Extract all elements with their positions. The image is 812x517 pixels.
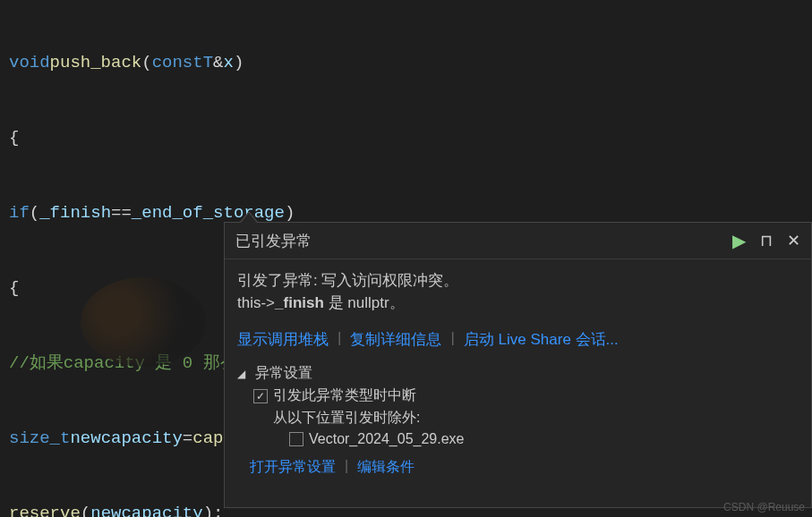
exception-popup: 已引发异常 ▶ ⊓ ✕ 引发了异常: 写入访问权限冲突。 this->_fini…	[224, 222, 812, 508]
popup-links: 显示调用堆栈 | 复制详细信息 | 启动 Live Share 会话...	[237, 329, 799, 350]
open-settings-link[interactable]: 打开异常设置	[250, 458, 336, 477]
liveshare-link[interactable]: 启动 Live Share 会话...	[464, 329, 619, 350]
popup-title: 已引发异常	[235, 231, 312, 251]
exception-settings: ◢ 异常设置 ✓ 引发此异常类型时中断 从以下位置引发时除外: Vector_2…	[237, 362, 799, 449]
exception-message: 引发了异常: 写入访问权限冲突。	[237, 270, 799, 291]
checkbox-checked[interactable]: ✓	[253, 389, 268, 403]
exception-detail: this->_finish 是 nullptr。	[237, 292, 799, 313]
continue-icon[interactable]: ▶	[732, 230, 746, 251]
close-icon[interactable]: ✕	[787, 231, 800, 250]
break-on-exception-row[interactable]: ✓ 引发此异常类型时中断	[237, 385, 799, 407]
copy-details-link[interactable]: 复制详细信息	[350, 329, 441, 350]
except-from-label: 从以下位置引发时除外:	[237, 407, 799, 429]
exe-exclusion-row[interactable]: Vector_2024_05_29.exe	[237, 429, 799, 449]
code-line[interactable]: {	[0, 125, 812, 150]
checkbox-unchecked[interactable]	[289, 432, 303, 446]
watermark: CSDN @Reuuse	[723, 501, 805, 513]
settings-header[interactable]: ◢ 异常设置	[237, 362, 799, 385]
pin-icon[interactable]: ⊓	[760, 231, 773, 250]
function-name: push_back	[50, 50, 142, 75]
show-callstack-link[interactable]: 显示调用堆栈	[237, 329, 329, 350]
edit-conditions-link[interactable]: 编辑条件	[357, 458, 415, 477]
popup-header: 已引发异常 ▶ ⊓ ✕	[225, 223, 811, 259]
code-line[interactable]: void push_back(const T& x)	[0, 50, 812, 75]
popup-body: 引发了异常: 写入访问权限冲突。 this->_finish 是 nullptr…	[225, 259, 811, 487]
bottom-links: 打开异常设置 | 编辑条件	[237, 458, 799, 477]
collapse-arrow-icon[interactable]: ◢	[237, 368, 250, 380]
keyword: void	[9, 50, 50, 75]
